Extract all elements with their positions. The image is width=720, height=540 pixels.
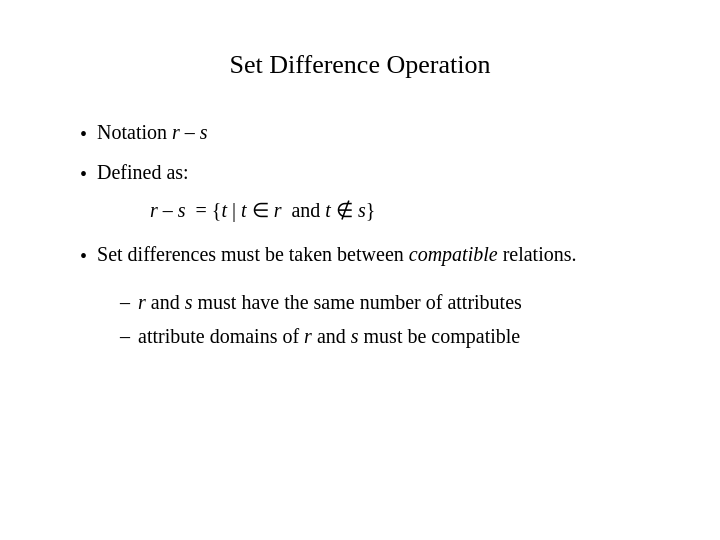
sub2-s: s — [351, 325, 359, 347]
slide-title: Set Difference Operation — [60, 50, 660, 80]
bullet-symbol-2: • — [80, 158, 87, 190]
formula-lhs-s: s — [178, 199, 186, 221]
sub2-r: r — [304, 325, 312, 347]
formula-lhs: r — [150, 199, 158, 221]
slide: Set Difference Operation • Notation r – … — [0, 0, 720, 540]
formula-and: and — [291, 199, 320, 221]
sub-bullet-2: – attribute domains of r and s must be c… — [120, 320, 660, 352]
bullet-set-diff: • Set differences must be taken between … — [80, 238, 660, 272]
sub1-s: s — [185, 291, 193, 313]
sub1-r: r — [138, 291, 146, 313]
bullet-notation: • Notation r – s — [80, 116, 660, 150]
bullet-symbol-3: • — [80, 240, 87, 272]
content-area: • Notation r – s • Defined as: r – s = {… — [60, 116, 660, 352]
set-diff-text: Set differences must be taken between co… — [97, 238, 577, 270]
sub-bullets: – r and s must have the same number of a… — [80, 286, 660, 352]
sub-bullet-2-text: attribute domains of r and s must be com… — [138, 320, 520, 352]
sub-bullet-1-text: r and s must have the same number of att… — [138, 286, 522, 318]
defined-text: Defined as: — [97, 156, 189, 188]
formula-s: s — [358, 199, 366, 221]
notation-math: r — [172, 121, 180, 143]
formula-t2: t — [241, 199, 247, 221]
formula-line: r – s = {t | t ∈ r and t ∉ s} — [80, 198, 660, 222]
dash-1: – — [120, 286, 130, 318]
bullet-symbol-1: • — [80, 118, 87, 150]
compatible-word: compatible — [409, 243, 498, 265]
notation-text: Notation r – s — [97, 116, 208, 148]
sub-bullet-1: – r and s must have the same number of a… — [120, 286, 660, 318]
formula-t3: t — [325, 199, 331, 221]
notation-math-s: s — [200, 121, 208, 143]
dash-2: – — [120, 320, 130, 352]
formula-r: r — [274, 199, 282, 221]
bullet-defined: • Defined as: — [80, 156, 660, 190]
formula-t1: t — [221, 199, 227, 221]
